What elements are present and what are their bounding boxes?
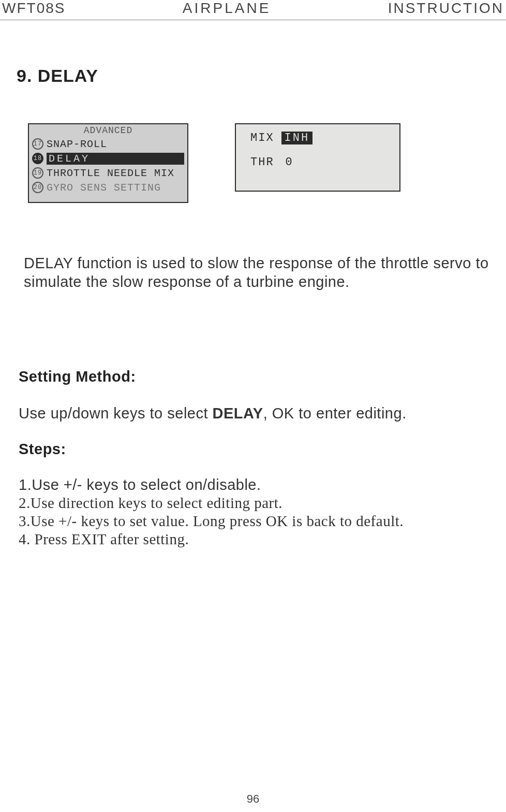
menu-item-label: DELAY — [47, 153, 184, 165]
page-content: 9. DELAY ADVANCED 17 SNAP-ROLL 18 DELAY … — [0, 66, 506, 548]
setting-method-post: , OK to enter editing. — [263, 405, 407, 422]
header-doc-type: INSTRUCTION — [388, 0, 504, 17]
menu-item-selected: 18 DELAY — [29, 151, 187, 166]
menu-item-label: SNAP-ROLL — [47, 138, 107, 150]
menu-item: 17 SNAP-ROLL — [29, 137, 187, 151]
setting-method-text: Use up/down keys to select DELAY, OK to … — [19, 405, 492, 422]
menu-item-label: GYRO SENS SETTING — [47, 182, 161, 194]
lcd-mix-row: MIX INH — [236, 132, 399, 144]
steps-list: 1.Use +/- keys to select on/disable. 2.U… — [14, 476, 492, 548]
lcd-screenshots-row: ADVANCED 17 SNAP-ROLL 18 DELAY 19 THROTT… — [28, 123, 492, 203]
lcd-menu-title: ADVANCED — [29, 124, 187, 136]
description-paragraph: DELAY function is used to slow the respo… — [24, 254, 492, 292]
setting-method-pre: Use up/down keys to select — [19, 405, 213, 422]
step-item: 4. Press EXIT after setting. — [19, 531, 492, 548]
step-item: 1.Use +/- keys to select on/disable. — [19, 476, 492, 494]
step-item: 2.Use direction keys to select editing p… — [19, 495, 492, 512]
mix-label: MIX — [250, 132, 274, 144]
thr-value: 0 — [286, 156, 293, 169]
menu-item-number: 19 — [32, 167, 43, 179]
mix-value-badge: INH — [281, 132, 313, 144]
header-mode: AIRPLANE — [183, 0, 271, 17]
step-item-text: 2.Use direction keys to select editing p… — [19, 495, 282, 511]
step-item: 3.Use +/- keys to set value. Long press … — [19, 513, 492, 530]
menu-item-number: 17 — [32, 138, 43, 150]
steps-heading: Steps: — [19, 441, 492, 458]
thr-label: THR — [250, 156, 274, 169]
menu-item-number: 20 — [32, 182, 43, 193]
step-item-text: 3.Use +/- keys to set value. Long press … — [19, 513, 404, 529]
menu-item-label: THROTTLE NEEDLE MIX — [47, 167, 174, 179]
page-header: WFT08S AIRPLANE INSTRUCTION — [0, 0, 506, 20]
header-model: WFT08S — [2, 0, 65, 17]
menu-item: 20 GYRO SENS SETTING — [29, 180, 187, 195]
page-number: 96 — [247, 792, 259, 806]
lcd-thr-row: THR 0 — [236, 156, 399, 169]
menu-item-number: 18 — [32, 153, 43, 164]
lcd-delay-screenshot: MIX INH THR 0 — [235, 123, 400, 192]
setting-method-heading: Setting Method: — [19, 368, 492, 385]
step-item-text: 4. Press EXIT after setting. — [19, 531, 189, 547]
menu-item: 19 THROTTLE NEEDLE MIX — [29, 166, 187, 180]
lcd-menu-list: 17 SNAP-ROLL 18 DELAY 19 THROTTLE NEEDLE… — [29, 137, 187, 195]
setting-method-bold: DELAY — [213, 405, 263, 422]
section-title: 9. DELAY — [17, 66, 492, 86]
lcd-menu-screenshot: ADVANCED 17 SNAP-ROLL 18 DELAY 19 THROTT… — [28, 123, 188, 203]
